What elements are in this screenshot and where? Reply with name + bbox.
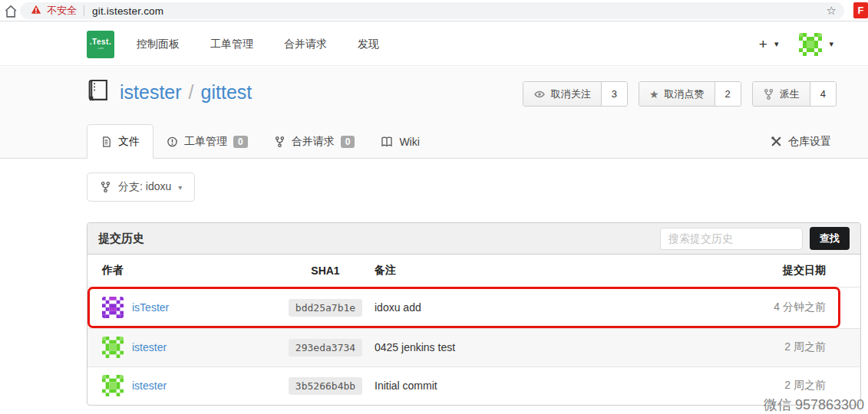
column-author: 作者: [87, 255, 279, 287]
tab-wiki[interactable]: Wiki: [368, 124, 432, 159]
star-icon: ★: [649, 88, 659, 100]
star-count[interactable]: 2: [715, 82, 741, 106]
commit-sha-link[interactable]: bdd25a7b1e: [289, 299, 362, 317]
nav-item-explore[interactable]: 发现: [345, 38, 398, 51]
repo-book-icon: [87, 79, 109, 106]
wiki-icon: [381, 136, 393, 147]
commit-history-header: 提交历史 查找: [87, 223, 860, 255]
branch-selector-label: 分支: idoxu: [118, 180, 171, 194]
column-message: 备注: [371, 255, 715, 287]
site-logo-text: .Test.: [87, 31, 114, 46]
tab-issues[interactable]: 工单管理 0: [153, 124, 261, 159]
browser-toolbar: 不安全 git.istester.com ☆ F: [0, 0, 868, 21]
url-text[interactable]: git.istester.com: [92, 5, 163, 17]
commit-message: 0425 jenkins test: [371, 328, 715, 366]
commit-author-avatar: [102, 375, 124, 396]
commit-table: 作者 SHA1 备注 提交日期 isTester bdd25a7b1e idox…: [87, 255, 860, 405]
commit-sha-link[interactable]: 293eda3734: [289, 339, 362, 356]
commit-history-panel: 提交历史 查找 作者 SHA1 备注 提交日期 isTester bdd25a7…: [87, 222, 861, 406]
tab-pull-requests[interactable]: 合并请求 0: [261, 124, 368, 159]
search-button[interactable]: 查找: [810, 227, 850, 250]
repo-owner-link[interactable]: istester: [120, 81, 182, 103]
commit-row: isTester bdd25a7b1e idoxu add 4 分钟之前: [87, 287, 860, 328]
commit-author-avatar: [102, 337, 124, 358]
nav-right-controls: + ▾ ▾: [759, 22, 833, 66]
bookmark-star-icon[interactable]: ☆: [827, 4, 837, 18]
commit-date: 2 周之前: [715, 328, 860, 366]
fork-count[interactable]: 4: [810, 82, 836, 106]
address-bar[interactable]: 不安全 git.istester.com ☆: [20, 2, 844, 19]
unwatch-button[interactable]: 取消关注 3: [523, 81, 628, 107]
commit-table-header-row: 作者 SHA1 备注 提交日期: [87, 255, 860, 287]
commit-sha-link[interactable]: 3b5266b4bb: [289, 377, 362, 395]
commit-author-link[interactable]: isTester: [132, 301, 169, 314]
pull-requests-count-badge: 0: [341, 136, 355, 148]
column-date: 提交日期: [715, 255, 860, 287]
repo-settings-button[interactable]: 仓库设置: [757, 124, 844, 159]
tab-files-label: 文件: [118, 135, 140, 149]
branch-icon: [100, 181, 111, 193]
commit-message: idoxu add: [371, 287, 715, 328]
tab-issues-label: 工单管理: [184, 135, 227, 149]
repo-title-row: istester/gittest: [87, 79, 252, 106]
pull-request-icon: [274, 136, 285, 148]
create-new-caret-icon[interactable]: ▾: [774, 39, 779, 49]
repo-name-link[interactable]: gittest: [201, 81, 252, 103]
branch-caret-icon: ▾: [178, 183, 182, 192]
tools-icon: [771, 136, 782, 147]
repo-tabs: 文件 工单管理 0 合并请求 0 Wiki 仓库设置: [87, 124, 844, 159]
tab-wiki-label: Wiki: [399, 136, 419, 148]
browser-extension-icon[interactable]: F: [853, 2, 868, 18]
create-new-button[interactable]: +: [759, 37, 767, 51]
security-warning-label[interactable]: 不安全: [47, 4, 77, 18]
repo-header-section: istester/gittest 取消关注 3 ★取消点赞 2 派生 4 文件 …: [0, 67, 868, 159]
commit-date: 4 分钟之前: [715, 287, 860, 328]
issues-count-badge: 0: [233, 136, 248, 148]
panel-title: 提交历史: [98, 232, 144, 246]
tab-files[interactable]: 文件: [87, 124, 153, 159]
fork-button[interactable]: 派生 4: [752, 81, 837, 107]
nav-item-pull-requests[interactable]: 合并请求: [272, 38, 345, 51]
commit-search-input[interactable]: [660, 228, 803, 250]
security-warning-icon[interactable]: [31, 4, 41, 18]
nav-item-dashboard[interactable]: 控制面板: [124, 38, 198, 51]
file-icon: [101, 136, 112, 148]
branch-selector[interactable]: 分支: idoxu ▾: [87, 172, 195, 202]
commit-author-link[interactable]: istester: [132, 380, 167, 392]
user-menu-caret-icon[interactable]: ▾: [829, 39, 833, 49]
column-sha1: SHA1: [279, 255, 371, 287]
watermark-text: 微信 957863300: [764, 396, 864, 414]
repo-breadcrumb: istester/gittest: [120, 81, 252, 104]
home-icon[interactable]: [3, 4, 17, 21]
unstar-button[interactable]: ★取消点赞 2: [639, 81, 741, 107]
eye-icon: [533, 89, 546, 100]
commit-search: 查找: [660, 227, 850, 250]
watch-count[interactable]: 3: [602, 82, 627, 106]
commit-row: istester 293eda3734 0425 jenkins test 2 …: [87, 328, 860, 366]
fork-label: 派生: [780, 87, 800, 101]
site-logo-subtext: .com: [87, 46, 114, 50]
unstar-label: 取消点赞: [665, 87, 705, 101]
address-bar-divider: [84, 5, 84, 16]
tab-pull-requests-label: 合并请求: [292, 135, 335, 149]
commit-author-link[interactable]: istester: [132, 341, 167, 353]
repo-settings-label: 仓库设置: [788, 135, 831, 149]
user-avatar[interactable]: [799, 33, 822, 56]
unwatch-label: 取消关注: [551, 87, 591, 101]
site-logo[interactable]: .Test. .com: [87, 31, 114, 58]
fork-icon: [763, 88, 774, 100]
commit-message: Initial commit: [371, 366, 715, 405]
commit-author-avatar: [102, 297, 124, 318]
nav-menu: 控制面板 工单管理 合并请求 发现: [124, 22, 398, 66]
breadcrumb-separator: /: [189, 81, 194, 103]
top-navbar: .Test. .com 控制面板 工单管理 合并请求 发现 + ▾ ▾: [0, 22, 868, 66]
nav-item-issues[interactable]: 工单管理: [198, 38, 272, 51]
issue-icon: [167, 136, 178, 148]
commit-row: istester 3b5266b4bb Initial commit 2 周之前: [87, 366, 860, 405]
repo-action-buttons: 取消关注 3 ★取消点赞 2 派生 4: [523, 81, 837, 107]
